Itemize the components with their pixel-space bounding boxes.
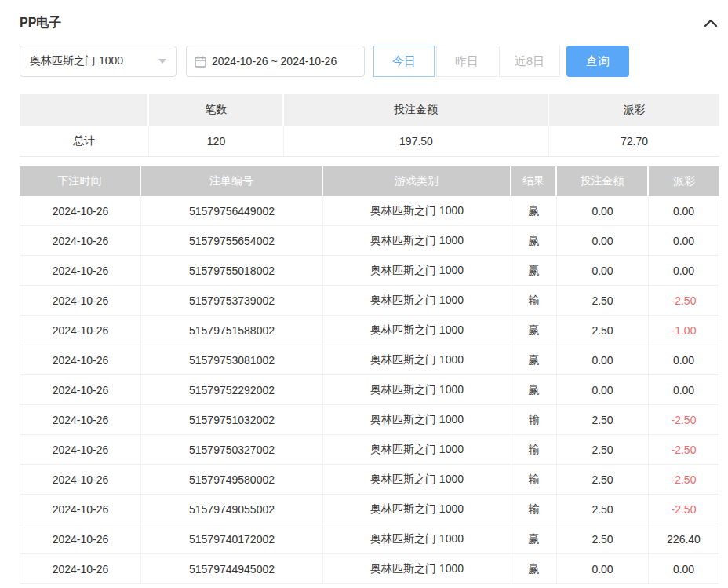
- table-header-row: 下注时间 注单编号 游戏类别 结果 投注金额 派彩: [20, 166, 719, 196]
- summary-header-row: 笔数 投注金额 派彩: [20, 94, 719, 126]
- summary-header-blank: [20, 94, 149, 126]
- cell-ticket-number: 51579755654002: [141, 226, 323, 256]
- cell-bet-time: 2024-10-26: [20, 286, 141, 316]
- cell-game-category: 奥林匹斯之门 1000: [323, 286, 511, 316]
- cell-payout: -2.50: [649, 435, 719, 465]
- cell-result: 赢: [511, 316, 557, 345]
- cell-bet-time: 2024-10-26: [20, 465, 141, 495]
- cell-result: 赢: [511, 196, 557, 226]
- cell-bet-time: 2024-10-26: [20, 345, 141, 375]
- cell-result: 输: [511, 435, 557, 465]
- search-button[interactable]: 查询: [566, 46, 629, 77]
- cell-result: 赢: [511, 524, 557, 554]
- cell-bet-amount: 0.00: [557, 554, 649, 584]
- panel-header: PP电子: [20, 13, 719, 33]
- cell-bet-time: 2024-10-26: [20, 554, 141, 584]
- header-game-category: 游戏类别: [323, 166, 511, 196]
- cell-game-category: 奥林匹斯之门 1000: [323, 226, 511, 256]
- cell-ticket-number: 51579751588002: [141, 316, 323, 345]
- table-row: 2024-10-2651579749055002奥林匹斯之门 1000输2.50…: [20, 495, 719, 524]
- cell-game-category: 奥林匹斯之门 1000: [323, 345, 511, 375]
- cell-game-category: 奥林匹斯之门 1000: [323, 524, 511, 554]
- cell-result: 输: [511, 286, 557, 316]
- cell-game-category: 奥林匹斯之门 1000: [323, 465, 511, 495]
- table-row: 2024-10-2651579755018002奥林匹斯之门 1000赢0.00…: [20, 256, 719, 286]
- table-row: 2024-10-2651579750327002奥林匹斯之门 1000输2.50…: [20, 435, 719, 465]
- chevron-down-icon: [158, 59, 166, 64]
- cell-ticket-number: 51579752292002: [141, 375, 323, 405]
- cell-payout: 0.00: [649, 554, 719, 584]
- cell-ticket-number: 51579744945002: [141, 554, 323, 584]
- quick-filter-last-8-days[interactable]: 近8日: [499, 46, 560, 77]
- date-range-picker[interactable]: 2024-10-26 ~ 2024-10-26: [186, 46, 365, 77]
- cell-payout: 0.00: [649, 375, 719, 405]
- cell-payout: -2.50: [649, 465, 719, 495]
- summary-header-bet-amount: 投注金额: [284, 94, 549, 126]
- cell-bet-time: 2024-10-26: [20, 226, 141, 256]
- cell-game-category: 奥林匹斯之门 1000: [323, 405, 511, 435]
- summary-table: 笔数 投注金额 派彩 总计 120 197.50 72.70: [20, 94, 719, 157]
- cell-bet-amount: 0.00: [557, 375, 649, 405]
- cell-bet-time: 2024-10-26: [20, 495, 141, 524]
- cell-ticket-number: 51579751032002: [141, 405, 323, 435]
- cell-payout: 226.40: [649, 524, 719, 554]
- cell-bet-amount: 2.50: [557, 405, 649, 435]
- summary-header-payout: 派彩: [549, 94, 719, 126]
- cell-payout: -2.50: [649, 495, 719, 524]
- calendar-icon: [195, 56, 206, 68]
- table-row: 2024-10-2651579755654002奥林匹斯之门 1000赢0.00…: [20, 226, 719, 256]
- collapse-button[interactable]: [702, 16, 719, 29]
- cell-result: 输: [511, 495, 557, 524]
- table-row: 2024-10-2651579749580002奥林匹斯之门 1000输2.50…: [20, 465, 719, 495]
- cell-payout: -2.50: [649, 405, 719, 435]
- summary-total-row: 总计 120 197.50 72.70: [20, 126, 719, 157]
- cell-payout: 0.00: [649, 196, 719, 226]
- cell-result: 赢: [511, 345, 557, 375]
- cell-bet-amount: 2.50: [557, 286, 649, 316]
- header-payout: 派彩: [649, 166, 719, 196]
- cell-game-category: 奥林匹斯之门 1000: [323, 435, 511, 465]
- cell-game-category: 奥林匹斯之门 1000: [323, 375, 511, 405]
- cell-bet-amount: 0.00: [557, 226, 649, 256]
- header-ticket-number: 注单编号: [141, 166, 323, 196]
- header-result: 结果: [511, 166, 557, 196]
- cell-bet-amount: 2.50: [557, 465, 649, 495]
- cell-game-category: 奥林匹斯之门 1000: [323, 554, 511, 584]
- quick-filter-today[interactable]: 今日: [373, 46, 435, 77]
- cell-ticket-number: 51579750327002: [141, 435, 323, 465]
- cell-bet-time: 2024-10-26: [20, 524, 141, 554]
- cell-game-category: 奥林匹斯之门 1000: [323, 316, 511, 345]
- cell-payout: 0.00: [649, 345, 719, 375]
- game-select[interactable]: 奥林匹斯之门 1000: [20, 46, 177, 77]
- cell-result: 赢: [511, 226, 557, 256]
- cell-payout: -2.50: [649, 286, 719, 316]
- cell-bet-amount: 2.50: [557, 524, 649, 554]
- quick-filter-yesterday[interactable]: 昨日: [436, 46, 497, 77]
- bet-table-body: 2024-10-2651579756449002奥林匹斯之门 1000赢0.00…: [20, 196, 719, 584]
- pp-electronic-panel: PP电子 奥林匹斯之门 1000 2024-10-26 ~ 2024-10-26…: [0, 0, 728, 584]
- cell-payout: -1.00: [649, 316, 719, 345]
- cell-result: 输: [511, 405, 557, 435]
- table-row: 2024-10-2651579751588002奥林匹斯之门 1000赢2.50…: [20, 316, 719, 345]
- cell-ticket-number: 51579753081002: [141, 345, 323, 375]
- cell-game-category: 奥林匹斯之门 1000: [323, 196, 511, 226]
- cell-ticket-number: 51579756449002: [141, 196, 323, 226]
- cell-ticket-number: 51579740172002: [141, 524, 323, 554]
- table-row: 2024-10-2651579752292002奥林匹斯之门 1000赢0.00…: [20, 375, 719, 405]
- table-row: 2024-10-2651579753739002奥林匹斯之门 1000输2.50…: [20, 286, 719, 316]
- summary-header-count: 笔数: [149, 94, 284, 126]
- cell-game-category: 奥林匹斯之门 1000: [323, 256, 511, 286]
- chevron-up-icon: [704, 18, 718, 27]
- cell-bet-time: 2024-10-26: [20, 375, 141, 405]
- cell-payout: 0.00: [649, 256, 719, 286]
- cell-ticket-number: 51579749580002: [141, 465, 323, 495]
- table-row: 2024-10-2651579756449002奥林匹斯之门 1000赢0.00…: [20, 196, 719, 226]
- summary-total-bet-amount: 197.50: [284, 126, 549, 157]
- summary-total-label: 总计: [20, 126, 149, 157]
- summary-total-payout: 72.70: [549, 126, 719, 157]
- bet-records-table: 下注时间 注单编号 游戏类别 结果 投注金额 派彩 2024-10-265157…: [20, 166, 719, 584]
- cell-bet-amount: 2.50: [557, 495, 649, 524]
- cell-bet-time: 2024-10-26: [20, 196, 141, 226]
- date-range-value: 2024-10-26 ~ 2024-10-26: [212, 55, 337, 68]
- cell-payout: 0.00: [649, 226, 719, 256]
